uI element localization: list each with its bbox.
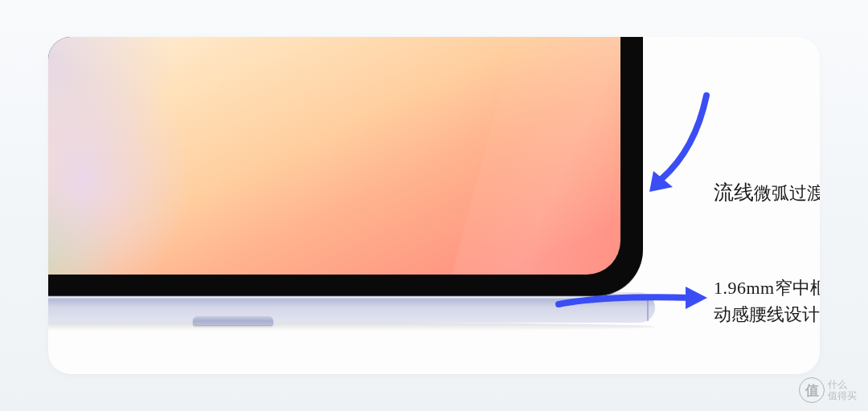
watermark-line2: 值得买 (828, 390, 857, 401)
phone-side-button (193, 316, 273, 326)
phone-bezel (48, 37, 643, 296)
arrow-bottom (555, 284, 707, 312)
annotation-bottom-line1-rest: 窄中框 (775, 278, 820, 298)
watermark-icon: 值 (799, 377, 825, 403)
watermark: 值 什么 值得买 (799, 377, 857, 403)
phone-screen-wallpaper (48, 37, 620, 275)
screen-reflection (445, 37, 620, 275)
annotation-measurement: 1.96mm (714, 278, 775, 298)
annotation-bottom-line2: 动感腰线设计 (714, 301, 820, 328)
watermark-text: 什么 值得买 (828, 379, 857, 402)
annotation-top-emphasis: 流线 (714, 181, 754, 203)
svg-marker-1 (686, 287, 707, 309)
shadow (48, 323, 655, 331)
annotation-bottom: 1.96mm窄中框 动感腰线设计 (714, 275, 820, 328)
watermark-line1: 什么 (828, 379, 857, 390)
arrow-top (649, 89, 721, 197)
annotation-top: 流线微弧过渡 (714, 177, 820, 208)
phone-render (48, 37, 647, 322)
product-card: 流线微弧过渡 1.96mm窄中框 动感腰线设计 (48, 37, 820, 374)
annotation-top-rest: 微弧过渡 (754, 183, 820, 203)
